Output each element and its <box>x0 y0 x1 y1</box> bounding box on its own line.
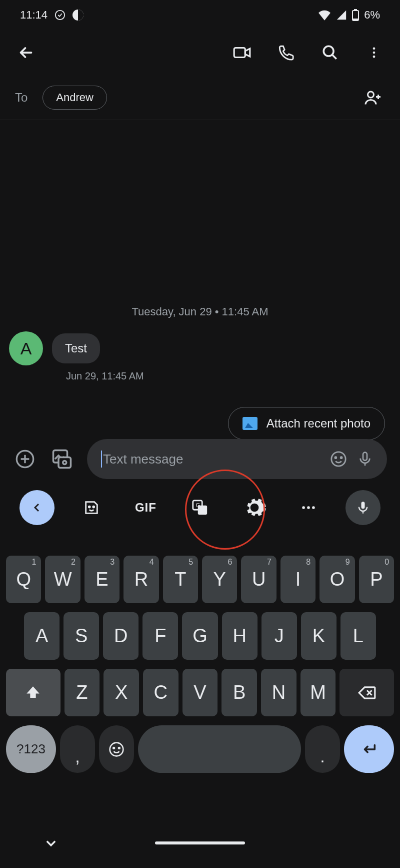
battery-icon <box>352 9 359 21</box>
video-icon <box>232 43 252 62</box>
message-input-container[interactable]: Text message <box>87 439 387 479</box>
video-call-button[interactable] <box>230 41 254 65</box>
key-x[interactable]: X <box>104 669 139 716</box>
gear-icon <box>242 495 267 520</box>
key-e[interactable]: E3 <box>84 556 120 603</box>
more-vert-icon <box>367 46 381 60</box>
more-horiz-icon <box>300 499 317 516</box>
backspace-key[interactable] <box>340 669 394 716</box>
enter-key[interactable] <box>344 725 394 773</box>
gif-button[interactable]: GIF <box>128 490 163 525</box>
svg-point-29 <box>118 747 120 749</box>
svg-point-6 <box>373 48 376 50</box>
key-n[interactable]: N <box>261 669 296 716</box>
key-m[interactable]: M <box>300 669 336 716</box>
svg-rect-17 <box>363 453 367 461</box>
key-g[interactable]: G <box>182 612 218 660</box>
svg-point-28 <box>113 747 114 749</box>
sticker-icon <box>83 499 100 516</box>
more-keyboard-button[interactable] <box>291 490 326 525</box>
key-t[interactable]: T5 <box>163 556 198 603</box>
keyboard-collapse-button[interactable] <box>20 490 54 525</box>
svg-point-25 <box>312 506 315 509</box>
sticker-button[interactable] <box>74 490 109 525</box>
search-icon <box>322 44 338 61</box>
battery-percent: 6% <box>364 9 380 22</box>
key-p[interactable]: P0 <box>359 556 394 603</box>
add-person-button[interactable] <box>361 86 385 110</box>
chevron-left-icon <box>31 502 43 514</box>
signal-icon <box>336 10 347 21</box>
svg-point-15 <box>335 457 336 459</box>
keyboard-toolbar: GIF G <box>0 483 400 533</box>
symbols-key[interactable]: ?123 <box>6 725 56 773</box>
key-j[interactable]: J <box>262 612 297 660</box>
svg-point-0 <box>56 11 64 20</box>
key-z[interactable]: Z <box>64 669 100 716</box>
svg-point-5 <box>324 46 334 56</box>
key-y[interactable]: Y6 <box>202 556 237 603</box>
keyboard-hide-button[interactable] <box>44 836 58 850</box>
key-r[interactable]: R4 <box>124 556 158 603</box>
svg-point-19 <box>93 506 94 508</box>
key-i[interactable]: I8 <box>280 556 316 603</box>
key-s[interactable]: S <box>64 612 99 660</box>
mic-icon[interactable] <box>357 451 373 467</box>
key-c[interactable]: C <box>143 669 178 716</box>
key-w[interactable]: W2 <box>45 556 80 603</box>
svg-rect-26 <box>361 502 364 509</box>
back-button[interactable] <box>14 41 38 65</box>
message-row: A Test <box>9 331 391 365</box>
shift-key[interactable] <box>6 669 60 716</box>
date-separator: Tuesday, Jun 29 • 11:45 AM <box>9 305 391 318</box>
svg-point-18 <box>88 506 90 508</box>
key-b[interactable]: B <box>222 669 257 716</box>
settings-button[interactable] <box>237 490 272 525</box>
emoji-icon[interactable] <box>330 451 347 468</box>
translate-button[interactable]: G <box>182 490 218 525</box>
backspace-icon <box>358 683 376 702</box>
home-handle[interactable] <box>155 841 245 844</box>
comma-key[interactable]: , <box>60 725 95 773</box>
svg-rect-4 <box>234 48 245 58</box>
space-key[interactable] <box>138 725 301 773</box>
suggestion-attach-photo[interactable]: Attach recent photo <box>228 407 385 440</box>
to-label: To <box>15 91 28 105</box>
key-f[interactable]: F <box>142 612 178 660</box>
add-attachment-button[interactable] <box>13 447 37 471</box>
key-a[interactable]: A <box>24 612 60 660</box>
message-bubble[interactable]: Test <box>52 333 100 363</box>
compose-bar: Text message <box>0 437 400 482</box>
voice-typing-button[interactable] <box>346 490 380 525</box>
person-add-icon <box>364 89 382 107</box>
gallery-button[interactable] <box>50 447 74 471</box>
key-u[interactable]: U7 <box>241 556 276 603</box>
svg-point-9 <box>368 92 374 98</box>
svg-rect-2 <box>354 10 356 11</box>
key-o[interactable]: O9 <box>320 556 354 603</box>
key-q[interactable]: Q1 <box>6 556 41 603</box>
svg-rect-3 <box>354 19 358 20</box>
recipient-chip[interactable]: Andrew <box>42 86 107 110</box>
photo-icon <box>242 417 258 430</box>
key-v[interactable]: V <box>182 669 218 716</box>
svg-text:G: G <box>196 502 200 508</box>
key-l[interactable]: L <box>340 612 376 660</box>
voice-call-button[interactable] <box>274 41 298 65</box>
message-input[interactable]: Text message <box>101 451 320 468</box>
svg-point-14 <box>332 452 346 466</box>
mic-icon <box>356 501 370 515</box>
enter-icon <box>360 741 378 758</box>
key-h[interactable]: H <box>222 612 258 660</box>
keyboard: Q1W2E3R4T5Y6U7I8O9P0 ASDFGHJKL ZXCVBNM ?… <box>0 556 400 773</box>
avatar[interactable]: A <box>9 331 43 365</box>
key-k[interactable]: K <box>301 612 336 660</box>
shift-icon <box>24 684 42 701</box>
search-button[interactable] <box>318 41 342 65</box>
emoji-key[interactable] <box>99 725 134 773</box>
more-button[interactable] <box>362 41 386 65</box>
nav-bar <box>0 818 400 868</box>
svg-point-8 <box>373 56 376 58</box>
key-d[interactable]: D <box>103 612 138 660</box>
period-key[interactable]: . <box>305 725 340 773</box>
